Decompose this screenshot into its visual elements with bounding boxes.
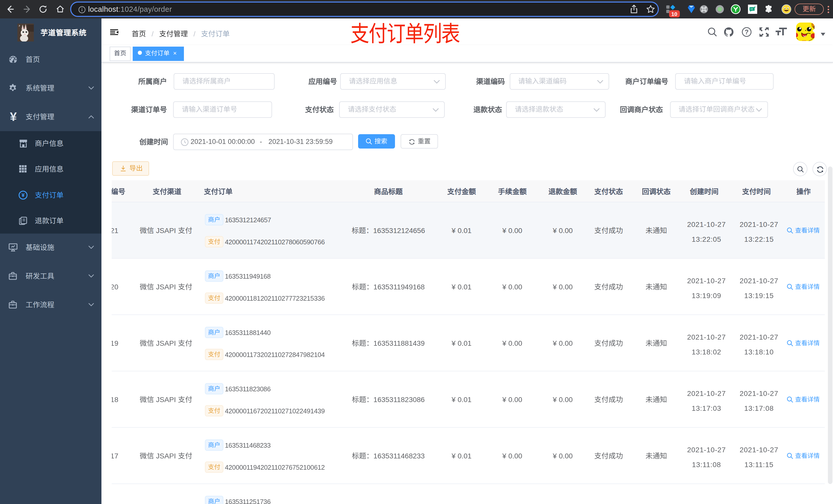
- svg-text:¥: ¥: [22, 192, 25, 198]
- svg-text:?: ?: [745, 28, 748, 35]
